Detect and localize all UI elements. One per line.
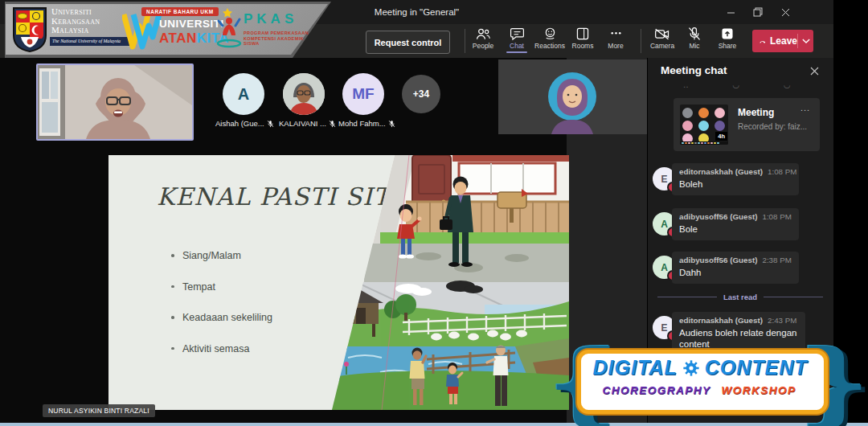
restore-icon [753,7,763,17]
logo-choreography-text: CHOREOGRAPHY [602,384,710,396]
recording-thumbnail: 4h [680,104,728,145]
thumb-avatar [682,121,693,131]
thumb-avatar [682,108,693,118]
pkas-wordmark: PKAS [244,11,297,27]
more-icon [608,27,624,41]
recording-card[interactable]: 4h Meeting ... Recorded by: faiz... [674,98,820,151]
participant-name-mohd: Mohd Fahm... [338,119,395,128]
participant-avatar-kalaivani[interactable] [283,73,325,115]
avatar-initial: A [238,85,249,104]
spotlight-video-tile[interactable] [498,59,647,134]
muted-mic-icon [388,120,395,128]
rooms-icon [575,27,590,41]
recording-author: Recorded by: faiz... [738,122,807,131]
tab-rooms[interactable]: Rooms [566,27,600,57]
avatar-initial: MF [352,85,374,103]
chat-icon [510,27,525,41]
recording-title: Meeting [738,107,774,118]
leave-options-button[interactable] [798,30,813,52]
share-button[interactable]: Share [710,27,744,57]
people-icon [475,27,491,41]
participant-name-kalaivani: KALAIVANI ... [279,119,336,128]
last-read-divider: Last read [657,293,823,301]
participant-name-aishah: Aishah (Gue... [215,119,274,128]
close-icon [810,67,819,76]
avatar-initial: A [661,219,668,230]
message-text: Boleh [679,178,792,190]
message-author: adibyusoff56 (Guest) [679,256,757,264]
thumb-avatar [714,121,725,131]
message-text: Bole [679,223,792,235]
pkas-desc-line: Siswa [244,41,309,47]
participant-overflow-badge[interactable]: +34 [402,75,440,113]
event-banner: Universiti Kebangsaan Malaysia The Natio… [0,0,333,59]
tab-reactions-label: Reactions [534,42,565,50]
toolbar-divider-2 [641,29,641,53]
minimize-icon [727,8,735,17]
chat-message: adibyusoff56 (Guest)2:38 PM Dahh [672,252,799,284]
ukm-line: Universiti [51,7,128,17]
mic-label: Mic [689,42,699,50]
participant-name-label: Aishah (Gue... [215,119,264,128]
request-control-button[interactable]: Request control [366,31,450,54]
share-icon [720,27,735,41]
tab-people[interactable]: People [466,27,500,57]
spotlight-avatar [498,59,647,134]
participant-avatar-aishah[interactable]: A [223,73,264,115]
slide-bullet: Tempat [171,281,272,293]
pkas-desc-line: Program Pemerkasaan [244,31,309,36]
slide-bullets: Siang/Malam Tempat Keadaaan sekeliling A… [171,250,272,374]
ukm-wordmark: Universiti Kebangsaan Malaysia [51,7,128,35]
kalaivani-photo [283,73,325,115]
message-time: 1:08 PM [768,167,797,176]
mic-button[interactable]: Mic [678,27,711,57]
chat-active-underline [506,51,527,53]
watan-red: ATAN [159,31,197,46]
tab-chat[interactable]: Chat [500,27,534,57]
logo-workshop-text: WORKSHOP [722,384,796,396]
minimize-button[interactable] [717,0,744,24]
camera-off-icon [654,27,670,41]
chat-close-button[interactable] [806,63,822,79]
thumb-avatar [698,108,709,118]
camera-button[interactable]: Camera [645,27,679,57]
presentation-slide: KENAL PASTI SITUASI Siang/Malam Tempat K… [108,155,569,410]
message-time: 2:43 PM [768,316,797,325]
slide-bullet: Siang/Malam [171,250,272,261]
chat-message: adibyusoff56 (Guest)1:08 PM Bole [672,208,799,240]
participant-avatar-mohd[interactable]: MF [342,73,384,115]
watan-badge: NARATIF BAHARU UKM [141,7,219,16]
logo-content-text: CONTENT [705,356,808,379]
avatar-initial: E [661,174,667,185]
restore-button[interactable] [744,0,772,24]
mic-off-icon [687,27,702,41]
pkas-figure [215,6,243,50]
recording-menu-button[interactable]: ... [800,103,810,113]
muted-mic-icon [329,120,336,128]
tab-chat-label: Chat [510,42,524,50]
screen: Meeting in "General" Request control Peo [0,0,868,426]
toolbar-divider [465,29,465,53]
gear-icon [682,359,700,377]
workshop-logo-line2: CHOREOGRAPHY WORKSHOP [587,384,812,396]
close-button[interactable] [772,0,799,24]
last-read-label: Last read [723,293,757,301]
tab-more[interactable]: More [599,27,633,57]
webcam-video-tile[interactable] [36,63,194,141]
tab-reactions[interactable]: Reactions [533,27,567,57]
chevron-down-icon [802,38,810,44]
window-controls [717,0,799,24]
tab-rooms-label: Rooms [572,42,594,50]
watan-universiti: UNIVERSITI [159,18,224,30]
screen-bottom-edge [0,423,868,426]
tab-more-label: More [608,42,623,50]
reactions-icon [542,27,558,41]
leave-main[interactable]: Leave [752,30,797,52]
message-author: editornaskhah (Guest) [679,316,763,325]
ukm-crest [11,6,48,53]
leave-button[interactable]: Leave [752,30,813,52]
tab-people-label: People [473,42,493,50]
slide-bullet: Aktiviti semasa [171,343,272,354]
close-icon [781,8,790,17]
thumb-avatar [714,108,725,118]
